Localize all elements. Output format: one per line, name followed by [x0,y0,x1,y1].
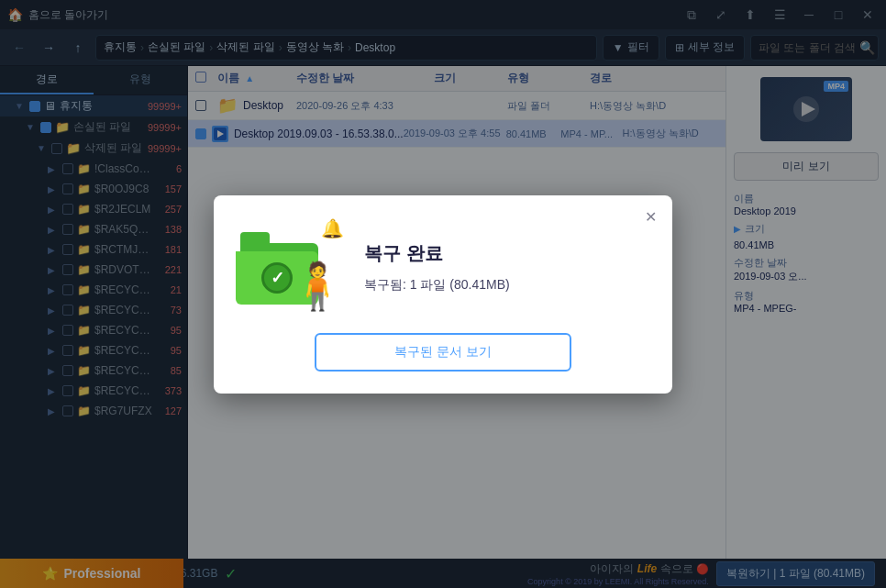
modal-close-button[interactable]: ✕ [639,206,661,228]
modal-overlay: ✕ ✓ 🧍 🔔 [0,0,886,588]
check-circle: ✓ [261,262,293,294]
folder-illustration: ✓ 🧍 🔔 [236,217,346,309]
modal-description: 복구됨: 1 파일 (80.41MB) [364,277,650,294]
modal-content: 복구 완료 복구됨: 1 파일 (80.41MB) [364,241,650,294]
modal: ✕ ✓ 🧍 🔔 [214,195,672,394]
modal-illustration: ✓ 🧍 🔔 [236,217,346,318]
modal-title: 복구 완료 [364,241,650,266]
modal-action-button[interactable]: 복구된 문서 보기 [315,333,571,372]
modal-body: ✓ 🧍 🔔 복구 완료 복구됨: 1 파일 (80.41MB) [236,217,650,318]
folder-tab [240,232,270,243]
bell-icon: 🔔 [321,217,344,239]
person-figure: 🧍 [289,263,346,309]
